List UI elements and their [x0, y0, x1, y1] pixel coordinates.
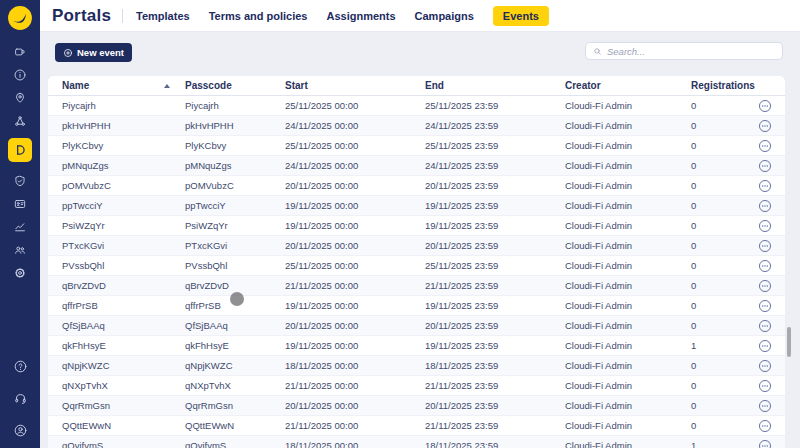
sidebar-item-settings[interactable]: [8, 261, 32, 284]
cell-registrations: 0: [691, 176, 696, 196]
tab-events[interactable]: Events: [493, 6, 549, 26]
cell-name: qkFhHsyE: [62, 336, 106, 356]
vertical-scrollbar-thumb[interactable]: [787, 327, 791, 357]
cell-end: 24/11/2025 23:59: [425, 116, 498, 136]
row-actions-button[interactable]: [758, 99, 772, 113]
table-row[interactable]: qkFhHsyE qkFhHsyE 19/11/2025 00:00 19/11…: [48, 336, 785, 356]
row-actions-button[interactable]: [758, 299, 772, 313]
row-actions-button[interactable]: [758, 179, 772, 193]
cell-passcode: pkHvHPHH: [185, 116, 234, 136]
cell-name: PsiWZqYr: [62, 216, 105, 236]
column-header-end[interactable]: End: [425, 76, 444, 96]
table-row[interactable]: PVssbQhl PVssbQhl 25/11/2025 00:00 25/11…: [48, 256, 785, 276]
network-icon: [13, 114, 27, 128]
sidebar-item-support[interactable]: [8, 387, 32, 410]
table-row[interactable]: PsiWZqYr PsiWZqYr 19/11/2025 00:00 19/11…: [48, 216, 785, 236]
cell-name: ppTwcciY: [62, 196, 103, 216]
cell-start: 20/11/2025 00:00: [285, 396, 358, 416]
cell-end: 21/11/2025 23:59: [425, 276, 498, 296]
table-row[interactable]: pMNquZgs pMNquZgs 24/11/2025 00:00 24/11…: [48, 156, 785, 176]
row-actions-button[interactable]: [758, 279, 772, 293]
row-actions-button[interactable]: [758, 339, 772, 353]
cell-name: Piycajrh: [62, 96, 96, 116]
cell-passcode: PsiWZqYr: [185, 216, 228, 236]
cell-start: 18/11/2025 00:00: [285, 356, 358, 376]
sidebar-item-account[interactable]: [8, 419, 32, 442]
row-actions-button[interactable]: [758, 119, 772, 133]
row-actions-button[interactable]: [758, 359, 772, 373]
table-row[interactable]: QqrRmGsn QqrRmGsn 20/11/2025 00:00 20/11…: [48, 396, 785, 416]
table-row[interactable]: qffrPrSB qffrPrSB 19/11/2025 00:00 19/11…: [48, 296, 785, 316]
cell-end: 21/11/2025 23:59: [425, 376, 498, 396]
ellipsis-icon: [758, 179, 772, 193]
column-header-name[interactable]: Name: [62, 76, 89, 96]
cell-creator: Cloudi-Fi Admin: [565, 216, 632, 236]
table-row[interactable]: qBrvZDvD qBrvZDvD 21/11/2025 00:00 21/11…: [48, 276, 785, 296]
sidebar-item-id-card[interactable]: [8, 192, 32, 215]
tab-campaigns[interactable]: Campaigns: [415, 10, 474, 22]
table-row[interactable]: pOMVubzC pOMVubzC 20/11/2025 00:00 20/11…: [48, 176, 785, 196]
ellipsis-icon: [758, 259, 772, 273]
row-actions-button[interactable]: [758, 379, 772, 393]
sidebar-item-security[interactable]: [8, 169, 32, 192]
cell-name: pkHvHPHH: [62, 116, 111, 136]
sidebar-item-devices[interactable]: [8, 40, 32, 63]
cell-creator: Cloudi-Fi Admin: [565, 196, 632, 216]
row-actions-button[interactable]: [758, 159, 772, 173]
cell-start: 20/11/2025 00:00: [285, 176, 358, 196]
cell-registrations: 0: [691, 156, 696, 176]
search-input[interactable]: [607, 46, 775, 57]
title-separator: [122, 9, 123, 23]
cell-passcode: ppTwcciY: [185, 196, 226, 216]
row-actions-button[interactable]: [758, 259, 772, 273]
row-actions-button[interactable]: [758, 199, 772, 213]
sidebar-item-analytics[interactable]: [8, 215, 32, 238]
row-actions-button[interactable]: [758, 319, 772, 333]
sidebar-item-info[interactable]: [8, 63, 32, 86]
table-row[interactable]: QfSjBAAq QfSjBAAq 20/11/2025 00:00 20/11…: [48, 316, 785, 336]
row-actions-button[interactable]: [758, 419, 772, 433]
table-row[interactable]: Piycajrh Piycajrh 25/11/2025 00:00 25/11…: [48, 96, 785, 116]
column-header-creator[interactable]: Creator: [565, 76, 601, 96]
column-header-start[interactable]: Start: [285, 76, 308, 96]
row-actions-button[interactable]: [758, 219, 772, 233]
column-header-registrations[interactable]: Registrations: [691, 76, 755, 96]
row-actions-button[interactable]: [758, 439, 772, 448]
cell-start: 21/11/2025 00:00: [285, 416, 358, 436]
cell-registrations: 0: [691, 376, 696, 396]
cell-registrations: 0: [691, 296, 696, 316]
sidebar-item-portals[interactable]: [8, 138, 32, 162]
sidebar-item-network[interactable]: [8, 109, 32, 132]
sidebar-item-users[interactable]: [8, 238, 32, 261]
table-row[interactable]: qQvjfvmS qQvjfvmS 18/11/2025 00:00 18/11…: [48, 436, 785, 448]
sidebar-item-locations[interactable]: [8, 86, 32, 109]
sidebar-item-help[interactable]: [8, 355, 32, 378]
table-row[interactable]: PlyKCbvy PlyKCbvy 25/11/2025 00:00 25/11…: [48, 136, 785, 156]
row-actions-button[interactable]: [758, 139, 772, 153]
cell-registrations: 1: [691, 336, 696, 356]
row-actions-button[interactable]: [758, 239, 772, 253]
column-header-passcode[interactable]: Passcode: [185, 76, 232, 96]
cell-passcode: qffrPrSB: [185, 296, 221, 316]
table-row[interactable]: qNXpTvhX qNXpTvhX 21/11/2025 00:00 21/11…: [48, 376, 785, 396]
tab-assignments[interactable]: Assignments: [326, 10, 395, 22]
search-box[interactable]: [585, 42, 783, 60]
cloudi-fi-logo-icon[interactable]: [7, 5, 33, 31]
cell-passcode: qBrvZDvD: [185, 276, 229, 296]
table-row[interactable]: PTxcKGvi PTxcKGvi 20/11/2025 00:00 20/11…: [48, 236, 785, 256]
tab-templates[interactable]: Templates: [136, 10, 190, 22]
cell-start: 25/11/2025 00:00: [285, 136, 358, 156]
cell-creator: Cloudi-Fi Admin: [565, 116, 632, 136]
table-row[interactable]: qNpjKWZC qNpjKWZC 18/11/2025 00:00 18/11…: [48, 356, 785, 376]
cell-end: 20/11/2025 23:59: [425, 316, 498, 336]
table-row[interactable]: ppTwcciY ppTwcciY 19/11/2025 00:00 19/11…: [48, 196, 785, 216]
page-title: Portals: [52, 6, 111, 26]
table-row[interactable]: QQttEWwN QQttEWwN 21/11/2025 00:00 21/11…: [48, 416, 785, 436]
cell-start: 21/11/2025 00:00: [285, 376, 358, 396]
table-body: Piycajrh Piycajrh 25/11/2025 00:00 25/11…: [48, 96, 785, 448]
table-row[interactable]: pkHvHPHH pkHvHPHH 24/11/2025 00:00 24/11…: [48, 116, 785, 136]
cell-passcode: Piycajrh: [185, 96, 219, 116]
tab-terms-and-policies[interactable]: Terms and policies: [209, 10, 308, 22]
new-event-button[interactable]: New event: [55, 43, 132, 62]
row-actions-button[interactable]: [758, 399, 772, 413]
